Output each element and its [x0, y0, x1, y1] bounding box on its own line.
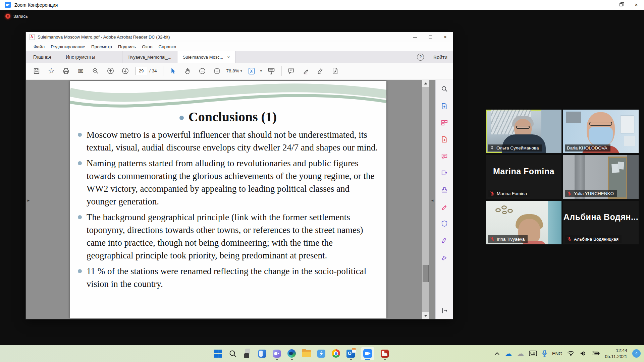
menu-file[interactable]: Файл — [31, 42, 48, 51]
participants-grid: Ольга Сулейманова Daria KHOLODOVA Marina… — [486, 110, 639, 244]
stamp-button[interactable] — [329, 65, 341, 77]
language-indicator[interactable]: ENG — [552, 351, 562, 356]
highlight-button[interactable] — [300, 65, 312, 77]
acrobat-close-button[interactable]: × — [438, 32, 453, 42]
email-button[interactable]: ✉ — [75, 65, 87, 77]
onedrive-icon[interactable]: ☁ — [505, 350, 512, 357]
rail-more-tools-button[interactable] — [440, 253, 449, 262]
notification-count-badge[interactable]: 4 — [632, 349, 641, 358]
red-docs-app-button[interactable] — [380, 347, 389, 360]
more-tools-icon — [441, 254, 448, 261]
task-view-icon — [244, 350, 251, 357]
recording-indicator[interactable]: Запись — [5, 14, 28, 19]
hand-tool-button[interactable] — [181, 65, 194, 77]
scroll-up-button[interactable] — [422, 80, 429, 87]
menu-edit[interactable]: Редактирование — [48, 42, 88, 51]
help-icon[interactable]: ? — [417, 54, 424, 61]
taskbar-search-button[interactable] — [228, 347, 237, 360]
zoom-level-value[interactable]: 78,8% — [226, 68, 239, 73]
search-button[interactable] — [90, 65, 102, 77]
tray-expand-chevron-icon[interactable] — [494, 352, 500, 356]
edge-button[interactable] — [287, 347, 296, 360]
rail-expand-panel-button[interactable] — [440, 306, 449, 315]
favorites-button[interactable]: ☆ — [45, 65, 57, 77]
select-tool-button[interactable] — [167, 65, 179, 77]
rail-fill-sign-button[interactable] — [440, 236, 449, 245]
hand-icon — [184, 67, 191, 75]
sign-button[interactable] — [315, 65, 327, 77]
maximize-icon — [429, 36, 432, 39]
rail-measure-button[interactable] — [440, 203, 449, 212]
rail-comment-button[interactable] — [440, 152, 449, 161]
file-explorer-button[interactable] — [302, 347, 311, 360]
teams-chat-button[interactable] — [272, 347, 281, 360]
tab-home[interactable]: Главная — [26, 51, 58, 63]
acrobat-window-controls: × — [408, 32, 453, 42]
rail-search-button[interactable] — [440, 84, 449, 93]
tab-document-suleimanova[interactable]: Suleimanova Mosc... × — [177, 51, 235, 63]
fit-page-button[interactable] — [246, 65, 258, 77]
zoom-window-controls: × — [598, 0, 644, 10]
chrome-button[interactable] — [331, 347, 340, 360]
zoom-in-button[interactable] — [211, 65, 223, 77]
tab-document-tivyaeva[interactable]: Tivyaeva_Memorial_... — [122, 51, 177, 63]
battery-charging-icon[interactable] — [592, 351, 600, 356]
task-view-button[interactable] — [243, 347, 252, 360]
scroll-down-button[interactable] — [422, 312, 429, 319]
participant-tile-yulia[interactable]: Yulia YURCHENKO — [563, 155, 639, 199]
scrollbar-thumb[interactable] — [423, 265, 429, 282]
rail-export-pdf-button[interactable] — [440, 169, 449, 178]
rail-stamp-button[interactable] — [440, 186, 449, 194]
tools-pane-collapse-icon[interactable]: ◂ — [430, 196, 435, 204]
participant-tile-marina[interactable]: Marina Fomina Marina Fomina — [486, 155, 561, 199]
print-button[interactable] — [60, 65, 72, 77]
close-button[interactable]: × — [629, 0, 644, 10]
presentation-mode-button[interactable] — [265, 65, 277, 77]
acrobat-minimize-button[interactable] — [408, 32, 423, 42]
speaker-icon[interactable] — [580, 351, 587, 356]
wifi-icon[interactable] — [567, 351, 575, 356]
tab-tools[interactable]: Инструменты — [58, 51, 102, 63]
page-total-label: / 34 — [149, 68, 157, 73]
menu-window[interactable]: Окно — [139, 42, 155, 51]
document-scrollbar[interactable] — [422, 80, 429, 319]
zoom-taskbar-button[interactable] — [361, 347, 374, 360]
participant-tile-olga[interactable]: Ольга Сулейманова — [486, 110, 561, 153]
nav-pane-expand-icon[interactable]: ▸ — [26, 196, 31, 204]
arrow-up-circle-icon — [107, 67, 114, 75]
comment-button[interactable] — [285, 65, 297, 77]
sign-in-button[interactable]: Войти — [433, 54, 447, 60]
rail-organize-pages-button[interactable] — [440, 118, 449, 127]
rail-create-pdf-button[interactable] — [440, 102, 449, 111]
page-number-input[interactable] — [135, 67, 147, 75]
rail-combine-files-button[interactable] — [440, 135, 449, 144]
presentation-icon — [267, 67, 275, 75]
zoom-out-button[interactable] — [196, 65, 208, 77]
cloud-sync-icon[interactable]: ☁ — [517, 350, 524, 357]
next-page-button[interactable] — [119, 65, 131, 77]
fit-page-caret-icon[interactable]: ▾ — [260, 69, 262, 73]
menu-sign[interactable]: Подпись — [115, 42, 139, 51]
recording-icon — [5, 14, 10, 19]
save-button[interactable] — [31, 65, 43, 77]
minimize-button[interactable] — [598, 0, 613, 10]
taskbar-clock[interactable]: 12:44 05.11.2021 — [605, 348, 627, 359]
acrobat-maximize-button[interactable] — [423, 32, 438, 42]
participant-tile-daria[interactable]: Daria KHOLODOVA — [563, 110, 639, 153]
rail-protect-button[interactable] — [440, 219, 449, 228]
touch-keyboard-icon[interactable] — [529, 351, 537, 356]
microphone-icon[interactable] — [542, 350, 547, 357]
participant-tile-irina[interactable]: Irina Tivyaeva — [486, 201, 561, 244]
outlook-button[interactable] — [346, 347, 355, 360]
menu-view[interactable]: Просмотр — [88, 42, 115, 51]
app-lightning-button[interactable] — [317, 347, 326, 360]
restore-button[interactable] — [613, 0, 629, 10]
menu-help[interactable]: Справка — [156, 42, 179, 51]
participant-tile-albina[interactable]: Альбина Водян... Альбина Водяницкая — [563, 201, 639, 244]
start-button[interactable] — [213, 347, 222, 360]
zoom-level-caret-icon[interactable]: ▾ — [240, 69, 242, 73]
bullet-item: The background geographical principle (l… — [78, 211, 378, 262]
tab-close-icon[interactable]: × — [227, 55, 230, 60]
previous-page-button[interactable] — [104, 65, 116, 77]
widgets-button[interactable] — [258, 347, 267, 360]
